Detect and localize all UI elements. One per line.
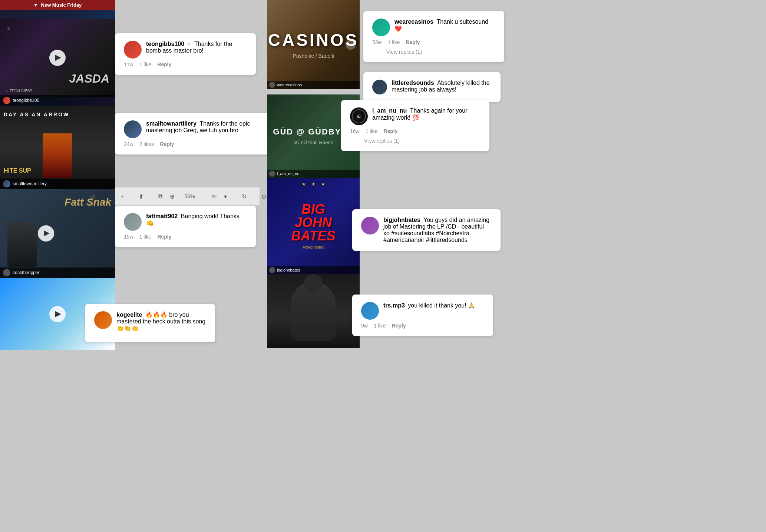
comment-meta-smalltown: 24w 2 likes Reply: [124, 141, 262, 147]
new-music-friday-title: New Music Friday: [41, 2, 82, 8]
album-big-john: ★ ★ ★ BIG JOHN BATES Noirchestra bigjohn…: [267, 178, 360, 274]
comment-time-fattmatt: 15w: [124, 234, 133, 240]
nunu-bar-avatar: [269, 171, 275, 177]
reply-button-smalltown[interactable]: Reply: [160, 141, 174, 147]
comment-time-nunu: 16w: [350, 128, 360, 134]
avatar-bigjohn: [361, 217, 379, 235]
avatar-fattmatt: [124, 213, 142, 231]
comment-text-block-fattmatt: fattmatt902 Banging work! Thanks 👊: [146, 213, 247, 227]
avatar-smalltown: [124, 120, 142, 138]
day-arrow-title: DAY AS AN ARROW: [4, 112, 69, 117]
play-button-3[interactable]: [38, 225, 54, 242]
casinos-nav: ›: [346, 39, 356, 50]
zoom-fit-button[interactable]: ⊕: [170, 190, 175, 202]
bigjohn-bottom-bar: bigjohnbates: [267, 266, 360, 274]
chevron-down-icon: ▼: [33, 2, 38, 8]
casinos-overlay: CASINOS Pushbike / Baeelli ›: [267, 0, 360, 89]
comment-time-smalltown: 24w: [124, 141, 133, 147]
share-button[interactable]: ⬆: [139, 190, 143, 202]
post-bottom-bar: teongibbs100: [0, 95, 115, 106]
commenter-name-littlered: littleredsounds: [392, 80, 434, 86]
casinos-subtitle: Pushbike / Baeelli: [293, 53, 334, 59]
comment-meta-teon: 11w 1 like Reply: [124, 61, 247, 67]
avatar-small-3: [3, 269, 10, 276]
comment-header-nunu: ☯ i_am_nu_nu Thanks again for your amazi…: [350, 107, 481, 125]
album-casinos: CASINOS Pushbike / Baeelli › wearecasino…: [267, 0, 360, 89]
nunu-symbol: ☯: [352, 109, 366, 123]
comment-card-fattmatt: fattmatt902 Banging work! Thanks 👊 15w 1…: [115, 206, 256, 247]
new-music-friday-body: $ JASDA n. TEON GIBBS: [0, 10, 115, 106]
bigjohn-inner: ★ ★ ★ BIG JOHN BATES Noirchestra: [267, 178, 360, 274]
comment-card-bigjohn: bigjohnbates You guys did an amazing job…: [352, 209, 501, 251]
comment-header-casinos: wearecasinos Thank u suitesound ❤️: [372, 19, 495, 36]
comment-text-littlered: littleredsounds Absolutely killed the ma…: [392, 80, 492, 93]
post-thumb-day-as-arrow[interactable]: DAY AS AN ARROW HITE SUP smalltownartill…: [0, 106, 115, 189]
comment-header-kogee: kogeelite 🔥🔥🔥 bro you mastered the heck …: [94, 311, 206, 332]
avatar-littlered: [372, 80, 387, 94]
play-button[interactable]: [49, 50, 66, 66]
reply-button-teon[interactable]: Reply: [157, 61, 171, 67]
reply-button-fattmatt[interactable]: Reply: [157, 234, 171, 240]
edit-button[interactable]: ✏: [212, 190, 217, 202]
grid-view-button[interactable]: ⊞: [90, 190, 95, 202]
view-replies-text-nunu[interactable]: View replies (1): [364, 138, 400, 144]
reply-button-nunu[interactable]: Reply: [383, 128, 397, 134]
comment-header-bigjohn: bigjohnbates You guys did an amazing job…: [361, 217, 492, 243]
album-art-day-arrow: DAY AS AN ARROW HITE SUP: [0, 106, 115, 189]
comment-likes-casinos: 1 like: [388, 39, 400, 45]
comment-card-nunu: ☯ i_am_nu_nu Thanks again for your amazi…: [341, 100, 489, 151]
reply-button-casinos[interactable]: Reply: [406, 39, 420, 45]
view-replies-casinos[interactable]: View replies (1): [372, 49, 495, 55]
zoom-in-button[interactable]: +: [120, 190, 124, 202]
comment-time-casinos: 53w: [372, 39, 382, 45]
view-replies-nunu[interactable]: View replies (1): [350, 138, 481, 144]
comment-text-block-teon: teongibbs100 ✓ Thanks for the bomb ass m…: [146, 41, 247, 54]
comment-likes-nunu: 1 like: [366, 128, 378, 134]
commenter-name-smalltown: smalltownartillery: [146, 120, 197, 127]
play-button-4[interactable]: [49, 306, 66, 322]
crop-button[interactable]: ⧉: [158, 190, 162, 202]
casinos-title: CASINOS: [268, 30, 359, 50]
commenter-name-fattmatt: fattmatt902: [146, 213, 178, 219]
commenter-name-bigjohn: bigjohnbates: [383, 217, 420, 223]
bigjohn-bar-avatar: [269, 267, 275, 273]
nunu-bar-username: i_am_nu_nu: [277, 172, 300, 176]
casinos-bar: wearecasinos: [267, 81, 360, 89]
hite-text: HITE SUP: [4, 167, 31, 174]
commenter-name-casinos: wearecasinos: [394, 19, 433, 25]
post-thumb-new-music-friday[interactable]: ▼ New Music Friday $ JASDA n. TEON GIBBS…: [0, 0, 115, 106]
avatar-kogee: [94, 311, 112, 329]
comment-header-littlered: littleredsounds Absolutely killed the ma…: [372, 80, 492, 94]
comment-card-trsmp3: trs.mp3 you killed it thank you! 🙏 9w 1 …: [352, 295, 493, 336]
comment-card-smalltown: smalltownartillery Thanks for the epic m…: [115, 113, 271, 154]
left-column: ▼ New Music Friday $ JASDA n. TEON GIBBS…: [0, 0, 115, 532]
reply-button-trsmp3[interactable]: Reply: [392, 323, 406, 329]
comment-meta-nunu: 16w 1 like Reply: [350, 128, 481, 134]
comment-meta-casinos: 53w 1 like Reply: [372, 39, 495, 45]
nunu-bottom-bar: i_am_nu_nu: [267, 170, 360, 178]
comment-meta-trsmp3: 9w 1 like Reply: [361, 323, 484, 329]
rotate-button[interactable]: ↻: [242, 190, 247, 202]
view-replies-text-casinos[interactable]: View replies (1): [386, 49, 422, 55]
commenter-name-teon: teongibbs100: [146, 41, 184, 47]
post-thumb-fatt-snak[interactable]: Fatt Snak snaktheripper: [0, 189, 115, 278]
avatar-trsmp3: [361, 302, 379, 320]
casinos-bar-username: wearecasinos: [277, 83, 302, 87]
comment-body-trsmp3: you killed it thank you! 🙏: [408, 302, 475, 309]
casinos-bar-avatar: [269, 82, 275, 88]
dropdown-button[interactable]: ▾: [224, 190, 227, 202]
avatar-teon: [124, 41, 142, 59]
post-username-3: snaktheripper: [13, 270, 40, 275]
zoom-out-button[interactable]: −: [110, 190, 113, 202]
zoom-level: 56%: [182, 193, 197, 199]
head-silhouette: [304, 274, 323, 293]
comment-card-teon: teongibbs100 ✓ Thanks for the bomb ass m…: [115, 33, 256, 75]
avatar-small: [3, 97, 10, 104]
comment-header-teon: teongibbs100 ✓ Thanks for the bomb ass m…: [124, 41, 247, 59]
commenter-name-kogee: kogeelite: [116, 312, 142, 318]
new-music-friday-header: ▼ New Music Friday: [0, 0, 115, 10]
avatar-casinos: [372, 19, 390, 36]
comment-time-teon: 11w: [124, 61, 133, 67]
more-tools-button[interactable]: ⊙: [261, 190, 266, 202]
comment-time-trsmp3: 9w: [361, 323, 368, 329]
